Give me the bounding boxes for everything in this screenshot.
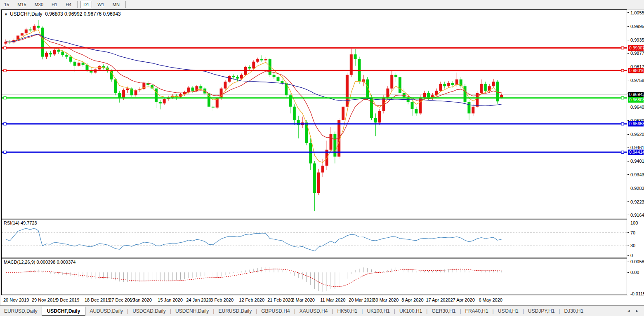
timeframe-button-h4[interactable]: H4 [63,1,74,8]
rsi-label: RSI(14) 49.7723 [4,220,37,225]
chart-symbol-label: USDCHF,Daily [10,11,42,17]
axis-tick-label: 0.00 [630,270,639,275]
chart-tab-hk50-h1[interactable]: HK50,H1 [333,307,362,316]
timeframe-button-m30[interactable]: M30 [32,1,46,8]
axis-tick [627,80,629,80]
axis-tick [627,188,629,188]
axis-tick-label: 0.93430 [630,172,644,177]
timeframe-button-mn[interactable]: MN [110,1,123,8]
axis-tick-label: 0.99955 [630,24,644,29]
date-axis-label: 8 Apr 2020 [401,297,423,302]
candlestick-chart-canvas[interactable] [2,10,627,218]
price-scale[interactable]: 1.005550.999550.993550.987700.981700.975… [627,9,644,296]
axis-tick [627,294,629,294]
chart-tab-dj30-h1[interactable]: DJ30,H1 [560,307,587,316]
date-axis-label: 30 Mar 2020 [373,297,399,302]
chevron-down-icon[interactable]: ▼ [4,12,8,16]
chart-tab-usdcnh-daily[interactable]: USDCNH,Daily [171,307,213,316]
axis-tick [627,134,629,135]
date-axis-label: 27 Apr 2020 [451,297,475,302]
date-axis-label: 18 Dec 2019 [85,297,110,302]
chart-window[interactable]: ▼USDCHF,Daily 0.96803 0.96992 0.96776 0.… [1,9,627,295]
tab-scroll-arrows[interactable]: ◂ ▸ [627,308,641,314]
chart-tab-fra40-h1[interactable]: FRA40,H1 [461,307,493,316]
timeframe-button-w1[interactable]: W1 [94,1,107,8]
date-axis-label: 11 Mar 2020 [320,297,345,302]
axis-tick-label: 0.95200 [630,132,644,137]
axis-tick-label: 1.00555 [630,10,644,15]
axis-tick [627,26,629,27]
date-axis-label: 17 Apr 2020 [426,297,450,302]
time-scale[interactable]: 20 Nov 201929 Nov 20199 Dec 201918 Dec 2… [1,296,644,305]
axis-tick [627,215,629,215]
chart-tab-ger30-h1[interactable]: GER30,H1 [427,307,460,316]
axis-tick-label: 30 [630,243,635,248]
timeframe-button-d1[interactable]: D1 [80,1,92,8]
toolbar-separator [125,1,126,8]
chart-tab-usoil-h1[interactable]: USOil,H1 [494,307,523,316]
timeframe-button-15[interactable]: 15 [1,1,12,8]
axis-tick-label: 0.92830 [630,186,644,191]
axis-tick-label: 100 [630,220,638,225]
macd-panel[interactable]: MACD(12,26,9) 0.000398 0.000374 [2,259,627,295]
date-axis-label: 24 Jan 2020 [186,297,211,302]
chart-tab-audusd-daily[interactable]: AUDUSD,Daily [85,307,127,316]
timeframe-button-m15[interactable]: M15 [14,1,29,8]
axis-tick-label: 0.96400 [630,105,644,110]
axis-tick [627,223,629,223]
axis-tick [627,255,629,256]
chart-tab-usdchf-daily[interactable]: USDCHF,Daily [42,307,86,316]
axis-tick [627,107,629,107]
macd-chart-canvas[interactable] [2,259,627,295]
mt4-terminal: 15M15M30H1H4D1W1MN ▼USDCHF,Daily 0.96803… [0,0,644,316]
axis-tick [627,40,629,40]
axis-tick-label: 0.99355 [630,37,644,42]
date-axis-label: 9 Dec 2019 [56,297,79,302]
axis-tick-label: 0.98770 [630,51,644,56]
axis-tick-label: 0.97585 [630,78,644,83]
axis-tick [627,262,629,262]
axis-tick-label: 0.92230 [630,199,644,204]
axis-tick [627,12,629,13]
axis-tick-label: 0.91645 [630,213,644,218]
chart-ohlc-values: 0.96803 0.96992 0.96776 0.96943 [45,11,121,17]
axis-tick [627,161,629,162]
date-axis-label: 3 Feb 2020 [210,297,234,302]
axis-tick-label: 70 [630,230,635,235]
hline-price-badge: 0.99007 [628,45,644,51]
hline-price-badge: 0.95658 [628,121,644,126]
date-axis-label: 29 Nov 2019 [32,297,57,302]
timeframe-toolbar: 15M15M30H1H4D1W1MN [0,0,644,9]
chart-tab-xauusd-h4[interactable]: XAUUSD,H4 [295,307,332,316]
chart-title: ▼USDCHF,Daily 0.96803 0.96992 0.96776 0.… [4,11,121,17]
axis-tick-label: 0 [630,253,633,258]
hline-price-badge: 0.98010 [628,68,644,73]
axis-tick [627,147,629,148]
date-axis-label: 6 May 2020 [479,297,502,302]
chart-tab-usdjpy-h1[interactable]: USDJPY,H1 [524,307,559,316]
axis-tick [627,272,629,273]
chart-tab-gbpusd-h4[interactable]: GBPUSD,H4 [257,307,294,316]
axis-tick [627,53,629,54]
date-axis-label: 20 Mar 2020 [349,297,374,302]
chart-tab-uk100-h1[interactable]: UK100,H1 [363,307,394,316]
chart-tab-uk100-h1[interactable]: UK100,H1 [395,307,426,316]
date-axis-label: 21 Feb 2020 [267,297,293,302]
axis-tick [627,246,629,246]
date-axis-label: 6 Jan 2020 [129,297,151,302]
chart-tab-eurusd-daily[interactable]: EURUSD,Daily [0,307,42,316]
price-chart-panel[interactable]: ▼USDCHF,Daily 0.96803 0.96992 0.96776 0.… [2,10,627,218]
chart-tab-usdcad-daily[interactable]: USDCAD,Daily [128,307,170,316]
date-axis-label: 2 Mar 2020 [292,297,315,302]
axis-tick [627,67,629,67]
date-axis-label: 20 Nov 2019 [3,297,29,302]
chart-tab-eurusd-daily[interactable]: EURUSD,Daily [214,307,256,316]
rsi-panel[interactable]: RSI(14) 49.7723 [2,220,627,257]
hline-price-badge: 0.94414 [628,150,644,155]
rsi-chart-canvas[interactable] [2,220,627,257]
axis-tick [627,174,629,175]
axis-tick-label: 0.005818 [630,259,644,264]
axis-tick [627,232,629,233]
timeframe-button-h1[interactable]: H1 [49,1,60,8]
chart-tab-bar: EURUSD,DailyUSDCHF,DailyAUDUSD,Daily|USD… [0,305,644,316]
